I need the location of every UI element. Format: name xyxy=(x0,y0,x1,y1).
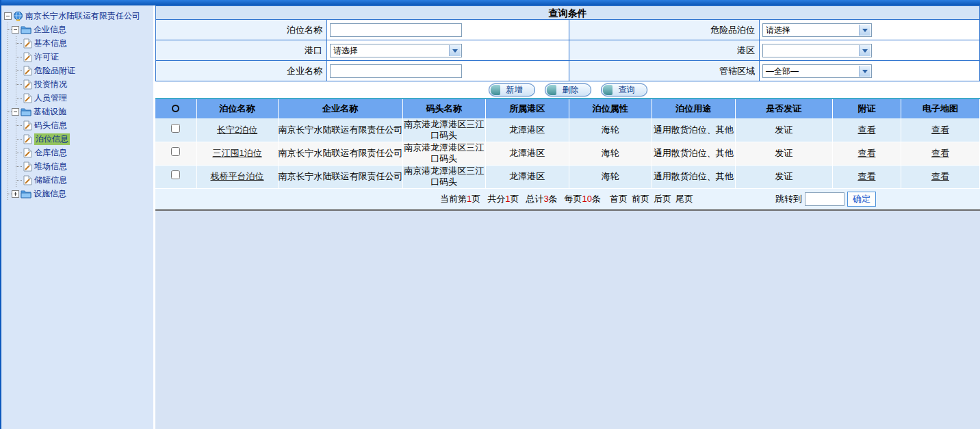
chevron-down-icon[interactable] xyxy=(859,45,871,56)
tree-item-label[interactable]: 人员管理 xyxy=(34,92,67,104)
tree-item-dangerous-cert[interactable]: 危险品附证 xyxy=(3,64,152,77)
collapse-icon[interactable] xyxy=(12,108,19,116)
tree-root-label[interactable]: 南京长宁水陆联运有限责任公司 xyxy=(25,10,140,22)
tree-item-label[interactable]: 码头信息 xyxy=(34,120,67,131)
chevron-down-icon[interactable] xyxy=(859,66,871,77)
berth-link[interactable]: 三江囤1泊位 xyxy=(212,148,261,158)
page-icon xyxy=(23,52,32,62)
tree-item-label[interactable]: 储罐信息 xyxy=(34,174,67,186)
main-content: 查询条件 泊位名称 危险品泊位 请选择 港口 xyxy=(155,5,980,429)
tree-item-label[interactable]: 基本信息 xyxy=(34,38,67,49)
tree-group-label[interactable]: 设施信息 xyxy=(34,188,66,200)
page-icon xyxy=(23,120,32,131)
last-page-link[interactable]: 尾页 xyxy=(675,193,693,205)
company-name-input[interactable] xyxy=(330,64,462,78)
page-icon xyxy=(23,79,32,90)
jump-page-input[interactable] xyxy=(805,192,844,206)
pagination-total-pages: 共分1页 xyxy=(487,193,519,205)
issued-cell: 发证 xyxy=(735,118,832,142)
page-icon xyxy=(23,175,32,185)
tree-item-label[interactable]: 投资情况 xyxy=(34,79,67,90)
collapse-icon[interactable] xyxy=(12,26,19,34)
page-icon xyxy=(23,134,32,144)
chevron-down-icon[interactable] xyxy=(449,45,461,56)
dangerous-berth-select[interactable]: 请选择 xyxy=(762,23,872,37)
next-page-link[interactable]: 后页 xyxy=(654,193,671,205)
berth-link[interactable]: 长宁2泊位 xyxy=(217,125,257,135)
tree-group-label[interactable]: 基础设施 xyxy=(34,106,66,118)
column-header: 码头名称 xyxy=(402,99,485,118)
tree-item-license[interactable]: 许可证 xyxy=(3,50,152,64)
port-area-label: 港区 xyxy=(569,40,760,61)
add-button[interactable]: 新增 xyxy=(489,83,535,96)
tree-group-infrastructure[interactable]: 基础设施 xyxy=(3,105,152,118)
column-header: 泊位属性 xyxy=(569,99,652,118)
page-icon xyxy=(23,38,32,49)
column-header: 附证 xyxy=(832,99,901,118)
prev-page-link[interactable]: 前页 xyxy=(632,193,649,205)
chevron-down-icon[interactable] xyxy=(859,25,871,36)
tree-group-label[interactable]: 企业信息 xyxy=(34,24,66,36)
berth-link[interactable]: 栈桥平台泊位 xyxy=(211,171,264,181)
search-button[interactable]: 查询 xyxy=(601,83,647,96)
table-row: 栈桥平台泊位 南京长宁水陆联运有限责任公司 南京港龙潭港区三江口码头 龙潭港区 … xyxy=(155,165,980,188)
tree-item-label[interactable]: 危险品附证 xyxy=(34,65,75,77)
map-view-link[interactable]: 查看 xyxy=(931,125,949,135)
cert-view-link[interactable]: 查看 xyxy=(858,148,875,158)
jump-to-label: 跳转到 xyxy=(775,193,802,205)
query-form: 泊位名称 危险品泊位 请选择 港口 请选择 xyxy=(155,19,980,81)
delete-button[interactable]: 删除 xyxy=(545,83,591,96)
tree-connector xyxy=(16,84,22,85)
port-area-cell: 龙潭港区 xyxy=(485,118,569,142)
navigation-tree: 南京长宁水陆联运有限责任公司 企业信息 基本信息 xyxy=(1,5,153,429)
port-area-select[interactable] xyxy=(762,44,872,57)
tree-item-tank-info[interactable]: 储罐信息 xyxy=(3,173,152,187)
confirm-button[interactable]: 确定 xyxy=(847,192,876,207)
row-select-checkbox[interactable] xyxy=(171,147,180,156)
tree-item-dock-info[interactable]: 码头信息 xyxy=(3,118,152,132)
tree-item-label[interactable]: 仓库信息 xyxy=(34,147,67,159)
empty-content-area xyxy=(155,211,980,429)
port-area-cell: 龙潭港区 xyxy=(485,142,569,165)
tree-item-label[interactable]: 堆场信息 xyxy=(34,161,67,172)
port-select[interactable]: 请选择 xyxy=(330,44,462,57)
port-area-cell: 龙潭港区 xyxy=(485,165,569,188)
application-window: 南京长宁水陆联运有限责任公司 企业信息 基本信息 xyxy=(0,0,980,429)
select-all-icon[interactable] xyxy=(172,105,179,112)
tree-group-facility-info[interactable]: 设施信息 xyxy=(3,187,152,200)
map-view-link[interactable]: 查看 xyxy=(931,171,949,181)
port-label: 港口 xyxy=(156,40,327,61)
company-name-label: 企业名称 xyxy=(156,61,327,81)
tree-item-investment[interactable]: 投资情况 xyxy=(3,77,152,91)
cert-view-link[interactable]: 查看 xyxy=(858,125,875,135)
berth-name-input[interactable] xyxy=(330,23,462,37)
expand-icon[interactable] xyxy=(12,190,19,198)
tree-item-basic-info[interactable]: 基本信息 xyxy=(3,36,152,50)
company-cell: 南京长宁水陆联运有限责任公司 xyxy=(278,118,402,142)
page-icon xyxy=(23,93,32,103)
map-view-link[interactable]: 查看 xyxy=(931,148,949,158)
folder-icon xyxy=(21,190,31,198)
tree-item-yard-info[interactable]: 堆场信息 xyxy=(3,159,152,173)
tree-item-berth-info-selected[interactable]: 泊位信息 xyxy=(3,132,152,146)
tree-item-label[interactable]: 许可证 xyxy=(34,51,59,63)
tree-group-company-info[interactable]: 企业信息 xyxy=(3,23,152,36)
region-select-value: —全部— xyxy=(766,66,799,76)
tree-root[interactable]: 南京长宁水陆联运有限责任公司 xyxy=(3,9,152,23)
collapse-icon[interactable] xyxy=(4,12,12,20)
region-select[interactable]: —全部— xyxy=(762,64,872,78)
first-page-link[interactable]: 首页 xyxy=(610,193,628,205)
action-button-row: 新增 删除 查询 xyxy=(155,81,980,98)
globe-icon xyxy=(13,11,23,21)
berth-name-label: 泊位名称 xyxy=(156,20,327,40)
tree-connector xyxy=(16,180,22,181)
tree-item-label-selected[interactable]: 泊位信息 xyxy=(34,133,70,145)
page-icon xyxy=(23,66,32,76)
cert-view-link[interactable]: 查看 xyxy=(858,171,875,181)
issued-cell: 发证 xyxy=(735,165,832,188)
tree-item-personnel[interactable]: 人员管理 xyxy=(3,91,152,105)
row-select-checkbox[interactable] xyxy=(171,124,180,133)
row-select-checkbox[interactable] xyxy=(171,170,180,179)
column-header: 泊位名称 xyxy=(196,99,278,118)
tree-item-warehouse-info[interactable]: 仓库信息 xyxy=(3,146,152,159)
